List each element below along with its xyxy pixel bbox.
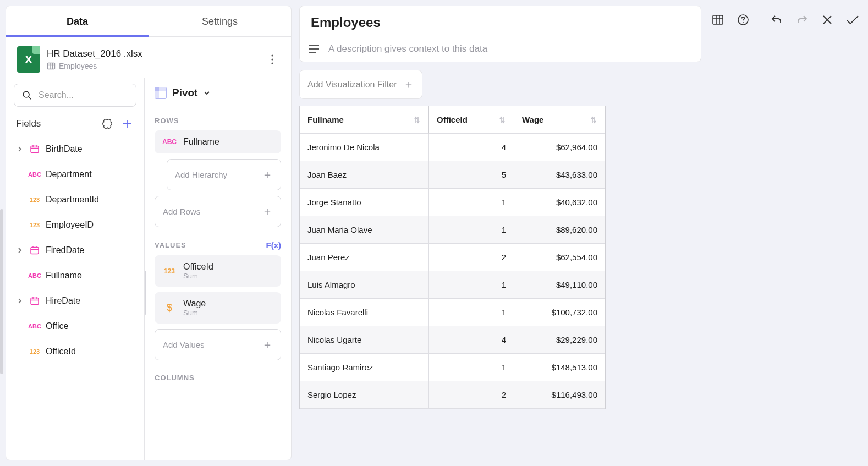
column-label: Fullname bbox=[307, 115, 344, 124]
field-label: BirthDate bbox=[46, 144, 83, 154]
plus-icon: ＋ bbox=[403, 77, 414, 92]
vertical-scrollbar[interactable] bbox=[0, 209, 3, 374]
grid-body: Jeronimo De Nicola4$62,964.00Joan Baez5$… bbox=[300, 134, 605, 409]
add-filter-label: Add Visualization Filter bbox=[307, 80, 397, 90]
column-label: Wage bbox=[522, 115, 543, 124]
left-panel: Data Settings X HR Dataset_2016 .xlsx Em… bbox=[6, 6, 292, 460]
fx-button[interactable]: F(x) bbox=[266, 240, 282, 250]
redo-button[interactable] bbox=[792, 10, 812, 30]
table-row[interactable]: Jorge Stanatto1$40,632.00 bbox=[300, 189, 605, 216]
table-row[interactable]: Joan Baez5$43,633.00 bbox=[300, 161, 605, 189]
svg-line-8 bbox=[29, 97, 31, 99]
cell-wage: $100,732.00 bbox=[514, 299, 605, 326]
field-search[interactable] bbox=[14, 84, 136, 107]
pivot-icon bbox=[155, 87, 167, 99]
rows-chip-fullname-label: Fullname bbox=[183, 137, 219, 147]
field-search-input[interactable] bbox=[37, 90, 150, 101]
field-item-officeid[interactable]: 123OfficeId bbox=[6, 339, 144, 364]
add-hierarchy-label: Add Hierarchy bbox=[175, 170, 227, 179]
values-chip-wage[interactable]: $ Wage Sum bbox=[155, 292, 281, 324]
column-header-wage[interactable]: Wage bbox=[514, 106, 605, 134]
table-row[interactable]: Jeronimo De Nicola4$62,964.00 bbox=[300, 134, 605, 161]
grid-container: FullnameOfficeIdWage Jeronimo De Nicola4… bbox=[299, 106, 862, 460]
date-type-icon bbox=[29, 245, 40, 255]
fields-list: BirthDateABCDepartment123DepartmentId123… bbox=[6, 136, 144, 460]
close-button[interactable] bbox=[817, 10, 837, 30]
values-chip-officeid[interactable]: 123 OfficeId Sum bbox=[155, 255, 281, 287]
table-row[interactable]: Nicolas Ugarte4$29,229.00 bbox=[300, 326, 605, 354]
rows-chip-fullname[interactable]: ABC Fullname bbox=[155, 130, 281, 153]
field-item-birthdate[interactable]: BirthDate bbox=[6, 136, 144, 162]
undo-button[interactable] bbox=[767, 10, 787, 30]
table-row[interactable]: Juan Perez2$62,554.00 bbox=[300, 244, 605, 271]
ai-suggest-button[interactable] bbox=[100, 117, 114, 131]
title-card bbox=[299, 6, 701, 62]
toolbar bbox=[708, 6, 862, 30]
cell-officeid: 5 bbox=[429, 161, 514, 189]
number-type-icon: 123 bbox=[29, 196, 40, 203]
abc-type-icon: ABC bbox=[162, 138, 177, 146]
cell-officeid: 4 bbox=[429, 134, 514, 161]
field-item-hiredate[interactable]: HireDate bbox=[6, 288, 144, 314]
left-split: Fields BirthDateABCDepartment123Departme… bbox=[6, 78, 291, 460]
field-item-department[interactable]: ABCDepartment bbox=[6, 162, 144, 187]
cell-wage: $148,513.00 bbox=[514, 354, 605, 381]
toolbar-separator bbox=[760, 12, 760, 28]
tab-data[interactable]: Data bbox=[6, 6, 149, 36]
cell-fullname: Sergio Lopez bbox=[300, 381, 429, 409]
table-row[interactable]: Santiago Ramirez1$148,513.00 bbox=[300, 354, 605, 381]
cell-officeid: 1 bbox=[429, 189, 514, 216]
add-hierarchy-drop[interactable]: Add Hierarchy ＋ bbox=[167, 159, 281, 190]
grid-options-button[interactable] bbox=[708, 10, 728, 30]
field-label: EmployeeID bbox=[46, 220, 94, 230]
plus-icon: ＋ bbox=[262, 167, 273, 182]
tab-settings[interactable]: Settings bbox=[149, 6, 291, 36]
date-type-icon bbox=[29, 296, 40, 306]
number-type-icon: 123 bbox=[162, 267, 177, 275]
field-item-office[interactable]: ABCOffice bbox=[6, 314, 144, 339]
abc-type-icon: ABC bbox=[29, 323, 40, 330]
field-item-fireddate[interactable]: FiredDate bbox=[6, 238, 144, 263]
column-label: OfficeId bbox=[437, 115, 468, 124]
field-item-fullname[interactable]: ABCFullname bbox=[6, 263, 144, 288]
section-rows-label: ROWS bbox=[155, 117, 281, 125]
cell-officeid: 2 bbox=[429, 381, 514, 409]
field-item-employeeid[interactable]: 123EmployeeID bbox=[6, 212, 144, 238]
cell-wage: $62,554.00 bbox=[514, 244, 605, 271]
table-row[interactable]: Luis Almagro1$49,110.00 bbox=[300, 271, 605, 299]
add-filter-button[interactable]: Add Visualization Filter ＋ bbox=[299, 70, 422, 99]
chevron-right-icon bbox=[16, 146, 24, 152]
pivot-header[interactable]: Pivot bbox=[155, 87, 281, 103]
cell-fullname: Joan Baez bbox=[300, 161, 429, 189]
dataset-more-button[interactable] bbox=[265, 52, 280, 67]
viz-description-input[interactable] bbox=[327, 43, 692, 55]
cell-wage: $43,633.00 bbox=[514, 161, 605, 189]
svg-rect-0 bbox=[48, 63, 55, 69]
add-values-drop[interactable]: Add Values ＋ bbox=[155, 329, 281, 360]
cell-wage: $49,110.00 bbox=[514, 271, 605, 299]
add-rows-drop[interactable]: Add Rows ＋ bbox=[155, 196, 281, 227]
values-chip-officeid-agg: Sum bbox=[183, 272, 213, 280]
table-row[interactable]: Nicolas Favarelli1$100,732.00 bbox=[300, 299, 605, 326]
field-item-departmentid[interactable]: 123DepartmentId bbox=[6, 187, 144, 212]
values-chip-officeid-label: OfficeId bbox=[183, 262, 213, 272]
confirm-button[interactable] bbox=[843, 10, 862, 30]
cell-officeid: 1 bbox=[429, 216, 514, 244]
dataset-header: X HR Dataset_2016 .xlsx Employees bbox=[6, 37, 291, 78]
table-row[interactable]: Juan Maria Olave1$89,620.00 bbox=[300, 216, 605, 244]
svg-point-4 bbox=[271, 54, 273, 56]
column-header-officeid[interactable]: OfficeId bbox=[429, 106, 514, 134]
svg-rect-24 bbox=[155, 87, 159, 91]
fields-pane: Fields BirthDateABCDepartment123Departme… bbox=[6, 78, 145, 460]
number-type-icon: 123 bbox=[29, 222, 40, 228]
viz-title-input[interactable] bbox=[300, 6, 701, 37]
add-field-button[interactable] bbox=[120, 117, 134, 131]
sort-icon bbox=[498, 116, 506, 124]
cell-fullname: Luis Almagro bbox=[300, 271, 429, 299]
svg-rect-19 bbox=[31, 298, 39, 305]
table-row[interactable]: Sergio Lopez2$116,493.00 bbox=[300, 381, 605, 409]
help-button[interactable] bbox=[733, 10, 753, 30]
add-values-label: Add Values bbox=[163, 340, 205, 349]
column-header-fullname[interactable]: Fullname bbox=[300, 106, 429, 134]
cell-officeid: 1 bbox=[429, 299, 514, 326]
